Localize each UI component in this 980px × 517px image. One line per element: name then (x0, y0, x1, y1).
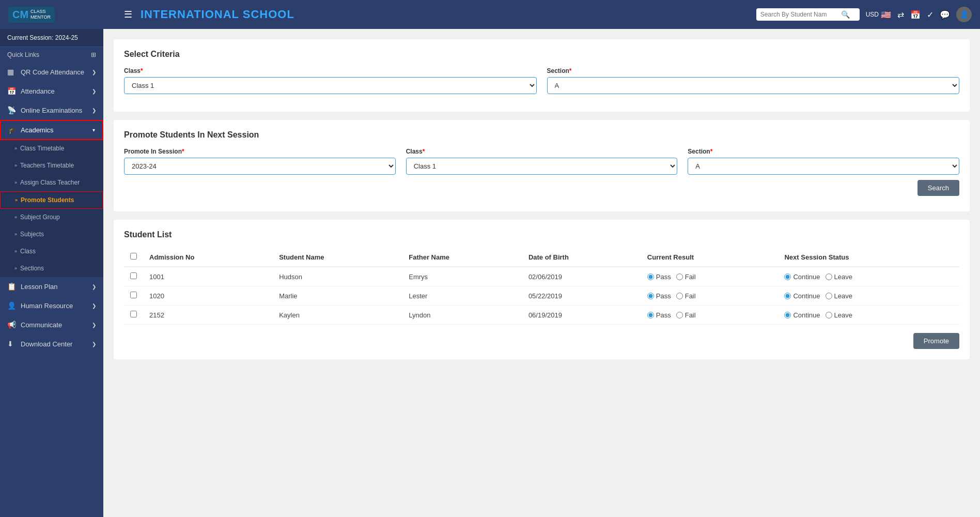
chevron-icon: » (15, 197, 18, 203)
check-icon[interactable]: ✓ (927, 10, 934, 20)
leave-radio[interactable] (826, 273, 832, 280)
logo-box: CM CLASS MENTOR (8, 7, 55, 23)
col-checkbox (124, 248, 143, 267)
quick-links[interactable]: Quick Links ⊞ (0, 47, 103, 63)
select-all-checkbox[interactable] (130, 253, 137, 260)
sidebar: Current Session: 2024-25 Quick Links ⊞ ▦… (0, 29, 103, 517)
sidebar-item-label: Online Examinations (21, 107, 82, 114)
select-criteria-title: Select Criteria (124, 50, 959, 59)
search-btn-row: Search (124, 175, 959, 201)
submenu-label: Teachers Timetable (20, 162, 74, 169)
whatsapp-icon[interactable]: 💬 (940, 10, 950, 20)
fail-option[interactable]: Fail (676, 273, 696, 281)
student-table: Admission No Student Name Father Name Da… (124, 248, 959, 325)
sidebar-item-promote-students[interactable]: » Promote Students (0, 191, 103, 209)
leave-label: Leave (834, 292, 852, 300)
class-label: Class* (124, 67, 537, 74)
fail-option[interactable]: Fail (676, 311, 696, 319)
sidebar-item-sections[interactable]: » Sections (0, 260, 103, 277)
sidebar-item-label: Attendance (21, 87, 55, 95)
continue-option[interactable]: Continue (784, 273, 820, 281)
continue-option[interactable]: Continue (784, 292, 820, 300)
school-title: INTERNATIONAL SCHOOL (141, 8, 748, 21)
attendance-icon: 📅 (7, 87, 17, 95)
promote-class-select[interactable]: Class 1 Class 2 Class 3 (406, 158, 678, 175)
pass-radio[interactable] (647, 312, 654, 318)
pass-radio[interactable] (647, 293, 654, 299)
sidebar-item-communicate[interactable]: 📢 Communicate ❯ (0, 315, 103, 334)
arrow-down-icon: ▾ (92, 127, 95, 133)
sidebar-item-subject-group[interactable]: » Subject Group (0, 209, 103, 226)
session-label: Current Session: 2024-25 (7, 34, 96, 41)
submenu-label: Class (20, 248, 36, 255)
sidebar-item-attendance[interactable]: 📅 Attendance ❯ (0, 82, 103, 101)
sidebar-item-assign-class-teacher[interactable]: » Assign Class Teacher (0, 174, 103, 191)
exam-icon: 📡 (7, 106, 17, 114)
promote-session-select[interactable]: 2023-24 2024-25 2025-26 (124, 158, 396, 175)
sidebar-item-lesson-plan[interactable]: 📋 Lesson Plan ❯ (0, 277, 103, 296)
sidebar-item-academics[interactable]: 🎓 Academics ▾ (0, 120, 103, 140)
leave-radio[interactable] (826, 312, 832, 318)
sidebar-item-label: QR Code Attendance (21, 68, 84, 76)
arrow-icon: ❯ (92, 303, 96, 309)
sidebar-item-subjects[interactable]: » Subjects (0, 226, 103, 243)
pass-option[interactable]: Pass (647, 292, 671, 300)
sidebar-item-qr-code[interactable]: ▦ QR Code Attendance ❯ (0, 63, 103, 82)
row-checkbox[interactable] (130, 272, 137, 279)
sidebar-item-human-resource[interactable]: 👤 Human Resource ❯ (0, 296, 103, 315)
col-admission-no: Admission No (143, 248, 273, 267)
hamburger-icon[interactable]: ☰ (124, 9, 132, 20)
fail-label: Fail (685, 311, 696, 319)
section-label: Section* (547, 67, 960, 74)
row-checkbox[interactable] (130, 292, 137, 298)
section-select[interactable]: A B C (547, 77, 960, 94)
continue-radio[interactable] (784, 293, 791, 299)
leave-option[interactable]: Leave (826, 292, 852, 300)
promote-section-label: Section* (688, 148, 959, 155)
table-row: 2152 Kaylen Lyndon 06/19/2019 Pass Fail (124, 306, 959, 325)
student-name: Marlie (273, 286, 402, 306)
qr-icon: ▦ (7, 68, 17, 76)
row-checkbox-cell (124, 267, 143, 286)
current-result-cell: Pass Fail (641, 306, 779, 325)
avatar[interactable]: 👤 (956, 7, 972, 22)
leave-radio[interactable] (826, 293, 832, 299)
submenu-label: Sections (20, 265, 44, 272)
search-bar[interactable]: 🔍 (756, 8, 860, 21)
sidebar-item-download-center[interactable]: ⬇ Download Center ❯ (0, 334, 103, 354)
search-input[interactable] (760, 11, 838, 18)
academics-submenu: » Class Timetable » Teachers Timetable »… (0, 140, 103, 277)
pass-option[interactable]: Pass (647, 273, 671, 281)
promote-section: Promote Students In Next Session Promote… (114, 120, 970, 211)
sidebar-item-class-timetable[interactable]: » Class Timetable (0, 140, 103, 157)
promote-section-select[interactable]: A B C (688, 158, 959, 175)
continue-radio[interactable] (784, 273, 791, 280)
session-info: Current Session: 2024-25 (0, 29, 103, 47)
submenu-label: Promote Students (21, 196, 74, 204)
academics-icon: 🎓 (8, 126, 17, 134)
class-select[interactable]: Class 1 Class 2 Class 3 (124, 77, 537, 94)
chevron-icon: » (14, 180, 17, 185)
continue-option[interactable]: Continue (784, 311, 820, 319)
fail-radio[interactable] (676, 312, 683, 318)
pass-option[interactable]: Pass (647, 311, 671, 319)
sidebar-item-online-exam[interactable]: 📡 Online Examinations ❯ (0, 101, 103, 120)
fail-radio[interactable] (676, 293, 683, 299)
transfer-icon[interactable]: ⇄ (897, 10, 904, 20)
promote-button[interactable]: Promote (913, 333, 959, 349)
calendar-icon[interactable]: 📅 (910, 10, 921, 20)
sidebar-item-teachers-timetable[interactable]: » Teachers Timetable (0, 157, 103, 174)
sidebar-item-label: Human Resource (21, 302, 73, 310)
continue-radio[interactable] (784, 312, 791, 318)
current-result-cell: Pass Fail (641, 286, 779, 306)
pass-radio[interactable] (647, 273, 654, 280)
search-button[interactable]: Search (917, 180, 959, 196)
leave-option[interactable]: Leave (826, 311, 852, 319)
sidebar-item-class[interactable]: » Class (0, 243, 103, 260)
fail-option[interactable]: Fail (676, 292, 696, 300)
leave-option[interactable]: Leave (826, 273, 852, 281)
row-checkbox[interactable] (130, 311, 137, 317)
fail-radio[interactable] (676, 273, 683, 280)
continue-label: Continue (793, 311, 820, 319)
download-icon: ⬇ (7, 340, 17, 348)
